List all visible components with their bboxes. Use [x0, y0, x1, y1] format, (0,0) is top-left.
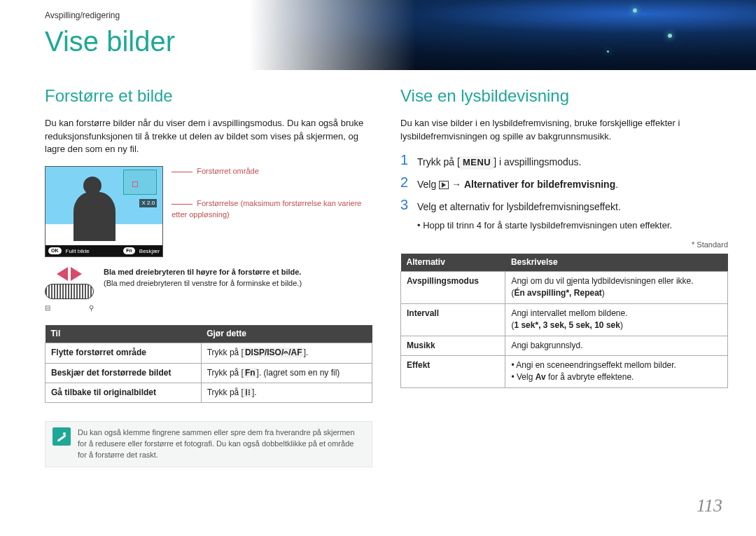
ok-key: OK: [48, 247, 62, 254]
step-1: 1 Trykk på [MENU] i avspillingsmodus.: [400, 153, 728, 170]
play-icon: [439, 181, 449, 189]
breadcrumb: Avspilling/redigering: [45, 10, 120, 22]
arrow-right-icon: [71, 267, 82, 281]
touch-note: Du kan også klemme fingrene sammen eller…: [45, 421, 372, 467]
pencil-icon: [52, 427, 71, 446]
menu-key-icon: MENU: [460, 156, 493, 170]
col-option: Alternativ: [401, 254, 505, 272]
left-column: Forstørre et bilde Du kan forstørre bild…: [45, 84, 372, 467]
note-text: Du kan også klemme fingrene sammen eller…: [78, 427, 365, 461]
callout-zoom-ratio: Forstørrelse (maksimum forstørrelse kan …: [172, 198, 372, 221]
section-title-enlarge: Forstørre et bilde: [45, 84, 372, 109]
intro-enlarge: Du kan forstørre bilder når du viser dem…: [45, 117, 372, 157]
step-3: 3 Velg et alternativ for lysbildefremvis…: [400, 198, 728, 214]
page-title: Vise bilder: [45, 21, 175, 62]
table-row: Intervall Angi intervallet mellom bilden…: [401, 303, 728, 336]
right-column: Vise en lysbildevisning Du kan vise bild…: [400, 84, 728, 467]
col-do: Gjør dette: [201, 325, 372, 343]
preview-thumbnail: X 2.0 OK Fullt bilde Fn Beskjær: [45, 166, 163, 257]
zoom-in-icon: ⚲: [89, 303, 94, 314]
preview-footer: OK Fullt bilde Fn Beskjær: [46, 245, 162, 256]
crop-label: Beskjær: [139, 247, 160, 256]
page-number: 113: [696, 493, 722, 519]
fn-key: Fn: [123, 247, 135, 254]
table-row: Flytte forstørret område Trykk på [DISP/…: [46, 343, 372, 363]
zoom-out-icon: ⊟: [45, 303, 50, 314]
step-3-note: • Hopp til trinn 4 for å starte lysbilde…: [417, 219, 728, 233]
callout-zoom-area: Forstørret område: [172, 166, 372, 177]
col-description: Beskrivelse: [505, 254, 728, 272]
scroll-instruction: Bla med dreiebryteren til høyre for å fo…: [104, 267, 302, 289]
standard-footnote: * Standard: [400, 240, 728, 251]
table-row: Effekt • Angi en sceneendringseffekt mel…: [401, 356, 728, 388]
step-2: 2 Velg → Alternativer for bildefremvisni…: [400, 175, 728, 191]
col-to: Til: [46, 325, 202, 343]
table-row: Gå tilbake til originalbildet Trykk på […: [46, 383, 372, 403]
intro-slideshow: Du kan vise bilder i en lysbildefremvisn…: [400, 117, 728, 144]
zoom-factor-label: X 2.0: [139, 199, 157, 207]
scroll-wheel-graphic: ⊟ ⚲: [45, 267, 94, 314]
section-title-slideshow: Vise en lysbildevisning: [400, 84, 728, 109]
table-row: Avspillingsmodus Angi om du vil gjenta l…: [401, 272, 728, 304]
options-table: Alternativ Beskrivelse Avspillingsmodus …: [400, 254, 728, 388]
table-row: Musikk Angi bakgrunnslyd.: [401, 336, 728, 355]
full-image-label: Fullt bilde: [66, 247, 90, 256]
arrow-left-icon: [57, 267, 68, 281]
actions-table: Til Gjør dette Flytte forstørret område …: [45, 325, 372, 404]
table-row: Beskjær det forstørrede bildet Trykk på …: [46, 363, 372, 383]
